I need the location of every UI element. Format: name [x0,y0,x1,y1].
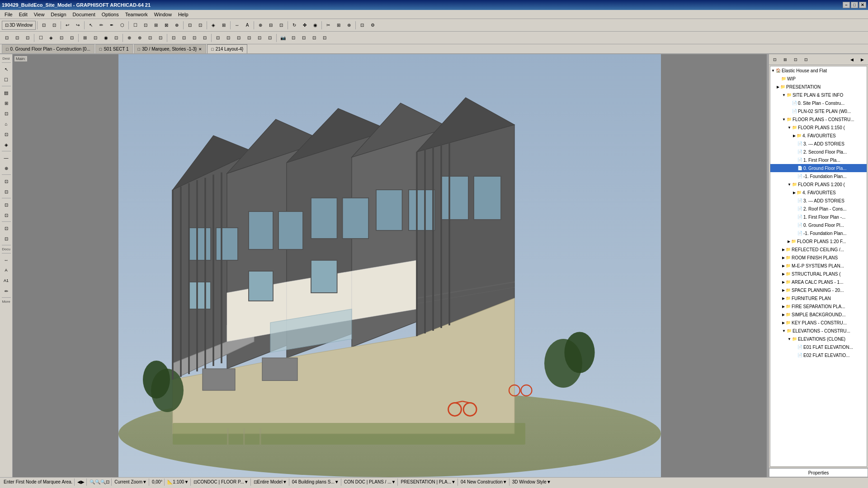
tb2-btn1[interactable]: ⊡ [2,33,12,43]
tb2-btn5[interactable]: ◈ [46,33,56,43]
menu-options[interactable]: Options [99,11,122,18]
rp-btn2[interactable]: ⊞ [780,55,790,65]
rp-btn1[interactable]: ⊡ [770,55,780,65]
tab-ground-floor[interactable]: □ 0. Ground Floor Plan - Construction [0… [2,44,94,53]
tree-node-floor20[interactable]: ▶📁FLOOR PLANS 1:20 F... [770,237,867,245]
tb2-btn6[interactable]: ⊡ [57,33,66,43]
tb-btn-undo[interactable]: ↩ [62,20,72,30]
lt-zone-btn[interactable]: ⊡ [1,234,11,244]
tb-btn-ramp[interactable]: ⊞ [219,20,229,30]
lt-morph-btn[interactable]: ◈ [1,140,11,150]
tree-node-arrow[interactable]: ▼ [788,183,791,187]
tb2-btn19[interactable]: ⊡ [200,33,210,43]
lt-stair-btn[interactable]: ⊡ [1,200,11,210]
tree-node-key-plans[interactable]: ▶📁KEY PLANS - CONSTRU... [770,319,867,327]
tree-node-arrow[interactable]: ▶ [793,134,796,138]
tb-btn-3d-rot[interactable]: ↻ [289,20,299,30]
menu-document[interactable]: Document [70,11,98,18]
tree-node-fav1[interactable]: ▶📁4. FAVOURITES [770,131,867,140]
tree-node-reflected-ceiling[interactable]: ▶📁REFLECTED CEILING /... [770,245,867,253]
lt-curtain-btn[interactable]: ⊞ [1,98,11,108]
tb-btn-zoom-in[interactable]: ⊕ [255,20,265,30]
rp-btn3[interactable]: ⊡ [791,55,801,65]
tb2-btn3[interactable]: ⊡ [23,33,33,43]
tb-btn-settings[interactable]: ⚙ [368,20,377,30]
tb2-btn29[interactable]: ⊡ [309,33,319,43]
tb-btn-pencil[interactable]: ✏ [96,20,106,30]
tb-btn-window[interactable]: ⊡ [195,20,205,30]
tree-node-floor150[interactable]: ▼📁FLOOR PLANS 1:150 ( [770,123,867,131]
tree-node-fire-separation[interactable]: ▶📁FIRE SEPARATION PLA... [770,302,867,310]
tree-node-first-floor[interactable]: 📄1. First Floor Pla... [770,156,867,164]
tree-node-structural[interactable]: ▶📁STRUCTURAL PLANS ( [770,270,867,278]
tb-btn-beam[interactable]: ⊠ [161,20,171,30]
tree-node-add-stories1[interactable]: 📄3. --- ADD STORIES [770,140,867,148]
tree-node-furniture-plan[interactable]: ▶📁FURNITURE PLAN [770,294,867,302]
lt-beam-btn[interactable]: — [1,153,11,163]
tree-node-ground-floor2[interactable]: 📄0. Ground Floor Pl... [770,221,867,229]
tb2-btn12[interactable]: ⊕ [124,33,134,43]
right-tab-properties[interactable]: Properties [769,468,868,477]
lt-shell-btn[interactable]: ⊡ [1,129,11,139]
lt-label-btn[interactable]: A1 [1,276,11,286]
menu-window[interactable]: Window [151,11,175,18]
tb2-btn10[interactable]: ◉ [101,33,111,43]
tb2-btn23[interactable]: ⊡ [244,33,254,43]
tb2-btn8[interactable]: ⊞ [80,33,90,43]
menu-teamwork[interactable]: Teamwork [123,11,151,18]
tree-node-arrow[interactable]: ▶ [782,288,785,292]
tree-node-simple-bg[interactable]: ▶📁SIMPLE BACKGROUND... [770,310,867,319]
tree-node-e02[interactable]: 📄E02 FLAT ELEVATIO... [770,351,867,359]
tb2-btn15[interactable]: ⊡ [156,33,165,43]
tab-layout[interactable]: □ 214 Layout-4} [207,44,247,53]
tree-node-wip[interactable]: 📁WIP [770,75,867,83]
status-construction[interactable]: 04 New Construction ▼ [459,479,509,486]
nav-back-icon[interactable]: ◀ [77,479,81,484]
tree-node-arrow[interactable]: ▶ [777,85,779,89]
tb-btn-find[interactable]: ⊡ [357,20,367,30]
tree-node-arrow[interactable]: ▶ [782,296,785,300]
lt-ramp-btn[interactable]: ⊡ [1,210,11,220]
menu-file[interactable]: File [2,11,15,18]
tb2-btn9[interactable]: ⊡ [90,33,100,43]
lt-window-btn[interactable]: ⊡ [1,187,11,197]
tree-node-mep[interactable]: ▶📁M-E-P SYSTEMS PLAN... [770,262,867,270]
tb2-btn21[interactable]: ⊡ [223,33,233,43]
status-zoom-label[interactable]: Current Zoom ▼ [113,479,149,486]
tb-btn-slab[interactable]: ⊡ [141,20,151,30]
lt-draw-btn[interactable]: ✏ [1,286,11,296]
tb2-btn26[interactable]: 📷 [278,33,288,43]
lt-text-btn[interactable]: A [1,265,11,275]
tb2-btn11[interactable]: ⊡ [111,33,121,43]
tree-node-floor200[interactable]: ▼📁FLOOR PLANS 1:200 ( [770,180,867,188]
tree-node-site-plan2[interactable]: 📄PLN-02 SITE PLAN (W0... [770,107,867,115]
scale-dropdown[interactable]: ▼ [184,479,189,484]
tb2-btn2[interactable]: ⊡ [12,33,22,43]
tb-btn-rubber[interactable]: ⬡ [117,20,127,30]
tb-btn-zoom-out[interactable]: ⊟ [266,20,276,30]
tree-node-second-floor[interactable]: 📄2. Second Floor Pla... [770,148,867,156]
tb2-btn16[interactable]: ⊡ [169,33,179,43]
tb-btn-paste[interactable]: ⊕ [344,20,354,30]
tree-node-foundation2[interactable]: 📄-1. Foundation Plan... [770,229,867,237]
3d-window-button[interactable]: ⊡ 3D Window [2,21,36,30]
status-condoc[interactable]: CON DOC | PLANS / ... ▼ [342,479,398,486]
tab-close-3d[interactable]: ✕ [198,47,202,52]
lt-select-btn[interactable]: ↖ [1,64,11,74]
menu-edit[interactable]: Edit [16,11,30,18]
tree-node-arrow[interactable]: ▶ [782,321,785,325]
tb-btn-draw[interactable]: ✒ [107,20,117,30]
tb-btn-3d-nav[interactable]: ✤ [300,20,310,30]
tb2-btn4[interactable]: ☐ [36,33,46,43]
menu-view[interactable]: View [31,11,47,18]
tb2-btn13[interactable]: ⊕ [135,33,145,43]
tb2-btn7[interactable]: ⊡ [67,33,77,43]
lt-object-btn[interactable]: ⊡ [1,223,11,233]
lt-marquee-btn[interactable]: ☐ [1,75,11,84]
tb2-btn28[interactable]: ⊡ [299,33,309,43]
tree-node-room-finish[interactable]: ▶📁ROOM FINISH PLANS [770,253,867,262]
tree-node-arrow[interactable]: ▶ [782,280,785,284]
tb-btn-stair[interactable]: ◈ [208,20,218,30]
tree-node-arrow[interactable]: ▼ [788,126,791,130]
tb2-btn30[interactable]: ⊡ [320,33,330,43]
